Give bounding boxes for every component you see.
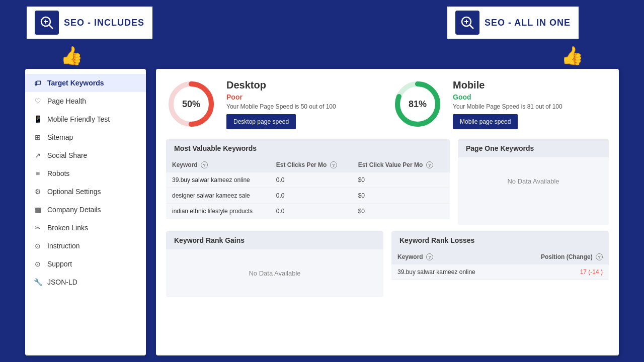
keyword-rank-losses-header: Keyword Rank Losses (391, 231, 609, 249)
most-valuable-keywords-table: Keyword ? Est Clicks Per Mo ? Est Click … (166, 157, 450, 219)
top-logos-row: SEO - INCLUDES SEO - ALL IN ONE (0, 0, 644, 45)
sidebar-item-target-keywords[interactable]: 🏷 Target Keywords (25, 74, 146, 92)
keyword-rank-gains-panel: Keyword Rank Gains No Data Available (166, 231, 383, 297)
mobile-page-speed-button[interactable]: Mobile page speed (453, 114, 518, 129)
col-keyword: Keyword ? (166, 157, 270, 172)
sidebar-item-instruction[interactable]: ⊙ Instruction (25, 237, 146, 255)
loss-keyword-help-icon[interactable]: ? (426, 253, 433, 260)
desktop-score-label: 50% (182, 99, 200, 110)
broken-links-icon: ✂ (33, 224, 42, 232)
mobile-score-label: 81% (409, 99, 427, 110)
value-help-icon[interactable]: ? (426, 161, 433, 168)
loss-col-keyword: Keyword ? (391, 249, 511, 264)
sidebar-label-optional-settings: Optional Settings (47, 188, 101, 196)
json-ld-icon: 🔧 (33, 278, 42, 286)
keyword-rank-losses-panel: Keyword Rank Losses Keyword ? Position (… (391, 231, 609, 280)
mobile-title: Mobile (453, 79, 562, 91)
sidebar-label-page-health: Page Health (47, 97, 86, 105)
rank-row: Keyword Rank Gains No Data Available Key… (166, 231, 609, 303)
value-cell: $0 (352, 204, 450, 219)
sidebar-item-page-health[interactable]: ♡ Page Health (25, 92, 146, 110)
sidebar-label-json-ld: JSON-LD (47, 278, 77, 286)
desktop-speed-info: Desktop Poor Your Mobile Page Speed is 5… (226, 79, 336, 129)
clicks-cell: 0.0 (270, 204, 352, 219)
loss-position-cell: 17 (-14 ) (511, 264, 609, 280)
sidebar-item-company-details[interactable]: ▦ Company Details (25, 201, 146, 219)
right-panel: 50% Desktop Poor Your Mobile Page Speed … (156, 69, 619, 355)
mobile-icon: 📱 (33, 115, 42, 123)
desktop-page-speed-button[interactable]: Desktop page speed (226, 114, 296, 129)
table-row: indian ethnic lifestyle products 0.0 $0 (166, 204, 450, 219)
sidebar-item-social-share[interactable]: ↗ Social Share (25, 146, 146, 164)
sidebar-label-target-keywords: Target Keywords (47, 79, 104, 87)
company-icon: ▦ (33, 206, 42, 214)
thumb-left-icon: 👍 (60, 45, 83, 66)
keyword-cell: indian ethnic lifestyle products (166, 204, 270, 219)
rank-gains-no-data: No Data Available (166, 249, 383, 297)
sidebar-item-support[interactable]: ⊙ Support (25, 255, 146, 273)
page-one-keywords-section: Page One Keywords No Data Available (458, 139, 609, 225)
desktop-speed-card: 50% Desktop Poor Your Mobile Page Speed … (166, 79, 382, 129)
desktop-donut: 50% (166, 79, 216, 129)
sidebar-item-json-ld[interactable]: 🔧 JSON-LD (25, 273, 146, 291)
desktop-title: Desktop (226, 79, 336, 91)
seo-includes-label: SEO - INCLUDES (64, 18, 144, 28)
sidebar-item-robots[interactable]: ≡ Robots (25, 164, 146, 183)
seo-includes-logo[interactable]: SEO - INCLUDES (25, 5, 154, 40)
thumb-right-icon: 👍 (561, 45, 584, 66)
sidebar-item-optional-settings[interactable]: ⚙ Optional Settings (25, 183, 146, 201)
heart-icon: ♡ (33, 97, 42, 105)
keyword-rank-gains-section: Keyword Rank Gains No Data Available (166, 231, 383, 303)
sidebar-label-support: Support (47, 260, 72, 268)
mobile-speed-card: 81% Mobile Good Your Mobile Page Speed i… (392, 79, 609, 129)
desktop-status: Poor (226, 93, 336, 101)
mobile-donut: 81% (392, 79, 443, 129)
sidebar-label-broken-links: Broken Links (47, 224, 88, 232)
loss-keyword-cell: 39.buy salwar kameez online (391, 264, 511, 280)
keyword-rank-gains-header: Keyword Rank Gains (166, 231, 383, 249)
sidebar-item-mobile-friendly[interactable]: 📱 Mobile Friendly Test (25, 110, 146, 128)
keyword-cell: 39.buy salwar kameez online (166, 172, 270, 188)
most-valuable-keywords-header: Most Valuable Keywords (166, 139, 450, 157)
clicks-help-icon[interactable]: ? (330, 161, 337, 168)
most-valuable-keywords-panel: Most Valuable Keywords Keyword ? Est Cli… (166, 139, 450, 219)
seo-all-in-one-label: SEO - ALL IN ONE (485, 18, 571, 28)
sidebar-label-sitemap: Sitemap (47, 133, 73, 141)
main-content: 🏷 Target Keywords ♡ Page Health 📱 Mobile… (0, 69, 644, 355)
col-value: Est Click Value Per Mo ? (352, 157, 450, 172)
table-row: 39.buy salwar kameez online 0.0 $0 (166, 172, 450, 188)
clicks-cell: 0.0 (270, 188, 352, 204)
sidebar-label-instruction: Instruction (47, 242, 80, 250)
value-cell: $0 (352, 172, 450, 188)
settings-icon: ⚙ (33, 188, 42, 196)
loss-position-help-icon[interactable]: ? (596, 253, 603, 260)
seo-all-in-one-icon (455, 11, 479, 35)
robots-icon: ≡ (33, 169, 42, 177)
keyword-rank-losses-section: Keyword Rank Losses Keyword ? Position (… (391, 231, 609, 303)
desktop-description: Your Mobile Page Speed is 50 out of 100 (226, 103, 336, 110)
loss-position-value: 17 (-14 ) (580, 268, 603, 276)
table-row: 39.buy salwar kameez online 17 (-14 ) (391, 264, 609, 280)
sidebar-label-social-share: Social Share (47, 151, 87, 159)
svg-line-5 (469, 25, 473, 29)
col-clicks: Est Clicks Per Mo ? (270, 157, 352, 172)
seo-includes-icon (35, 11, 59, 35)
tag-icon: 🏷 (33, 79, 42, 87)
sidebar-label-company-details: Company Details (47, 206, 101, 214)
page-one-keywords-header: Page One Keywords (458, 139, 609, 157)
loss-col-position: Position (Change) ? (511, 249, 609, 264)
seo-all-in-one-logo[interactable]: SEO - ALL IN ONE (446, 5, 580, 40)
support-icon: ⊙ (33, 260, 42, 268)
mobile-description: Your Mobile Page Speed is 81 out of 100 (453, 103, 562, 110)
keywords-row: Most Valuable Keywords Keyword ? Est Cli… (166, 139, 609, 225)
keyword-help-icon[interactable]: ? (201, 161, 208, 168)
sidebar: 🏷 Target Keywords ♡ Page Health 📱 Mobile… (25, 69, 146, 355)
most-valuable-keywords-section: Most Valuable Keywords Keyword ? Est Cli… (166, 139, 450, 225)
mobile-speed-info: Mobile Good Your Mobile Page Speed is 81… (453, 79, 562, 129)
thumbs-row: 👍 👍 (0, 45, 644, 66)
sidebar-item-broken-links[interactable]: ✂ Broken Links (25, 219, 146, 237)
sidebar-item-sitemap[interactable]: ⊞ Sitemap (25, 128, 146, 146)
speed-row: 50% Desktop Poor Your Mobile Page Speed … (166, 79, 609, 129)
page-one-keywords-panel: Page One Keywords No Data Available (458, 139, 609, 225)
share-icon: ↗ (33, 151, 42, 159)
